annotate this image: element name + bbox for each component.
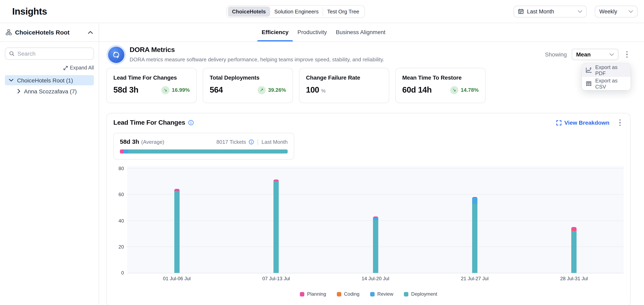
card-change-failure-rate: Change Failure Rate 100 % [299, 68, 389, 103]
card-value: 60d 14h [402, 85, 432, 95]
metric-cards-row: Lead Time For Changes 58d 3h ↘ 16.99% To… [106, 68, 630, 103]
distribution-segment-deployment [128, 149, 288, 154]
legend-item-planning[interactable]: Planning [300, 291, 326, 297]
granularity-select[interactable]: Weekly [595, 5, 638, 17]
trend-badge: ↘ 14.78% [450, 86, 479, 94]
org-tree-sidebar: ChoiceHotels Root Expand All [0, 23, 99, 305]
info-icon[interactable] [248, 139, 254, 145]
bar-segment-planning [174, 189, 180, 191]
y-axis-tick: 0 [113, 270, 124, 276]
trend-down-arrow-icon: ↘ [161, 86, 170, 94]
legend-item-deployment[interactable]: Deployment [404, 291, 437, 297]
stacked-bar-3 [373, 217, 378, 273]
legend-swatch [370, 292, 374, 296]
showing-value: Mean [576, 51, 591, 58]
top-bar-controls: Last Month Weekly [514, 5, 638, 17]
legend-swatch [404, 292, 408, 296]
tabs-row: Efficiency Productivity Business Alignme… [99, 23, 644, 42]
trend-percent: 14.78% [461, 87, 479, 93]
legend-item-coding[interactable]: Coding [337, 291, 360, 297]
tree-item-anna-scozzafava[interactable]: Anna Scozzafava (7) [5, 86, 94, 96]
trend-badge: ↘ 16.99% [161, 86, 190, 94]
bar-segment-deployment [174, 191, 180, 273]
dora-description: DORA metrics measure software delivery p… [130, 56, 384, 62]
tree-item-root[interactable]: ChoiceHotels Root (1) [5, 75, 94, 85]
export-as-pdf-label: Export as PDF [595, 64, 627, 76]
card-mean-time-to-restore: Mean Time To Restore 60d 14h ↘ 14.78% [395, 68, 486, 103]
card-lead-time-for-changes: Lead Time For Changes 58d 3h ↘ 16.99% [106, 68, 197, 103]
period-label: Last Month [262, 139, 288, 145]
export-as-csv-item[interactable]: Export as CSV [582, 77, 630, 90]
chevron-right-icon[interactable] [18, 89, 20, 93]
showing-select[interactable]: Mean [572, 49, 618, 60]
chart-x-labels: 01 Jul-06 Jul07 Jul-13 Jul14 Jul-20 Jul2… [127, 276, 624, 282]
card-title: Mean Time To Restore [402, 74, 479, 81]
bar-segment-deployment [472, 204, 478, 273]
tab-business-alignment[interactable]: Business Alignment [331, 23, 390, 41]
date-range-select[interactable]: Last Month [514, 5, 587, 17]
chart-kebab-menu-icon[interactable] [616, 118, 624, 128]
card-value: 58d 3h [113, 85, 138, 95]
bar-segment-planning [572, 227, 577, 231]
org-tab-choicehotels[interactable]: ChoiceHotels [228, 6, 270, 17]
lead-time-section: Lead Time For Changes View Breakdown [106, 113, 630, 305]
average-value: 58d 3h [120, 138, 139, 145]
x-axis-label: 14 Jul-20 Jul [326, 276, 425, 282]
legend-item-review[interactable]: Review [370, 291, 393, 297]
top-bar: Insights ChoiceHotels Solution Engineers… [0, 0, 644, 23]
legend-label: Deployment [411, 291, 437, 297]
export-as-pdf-item[interactable]: Export as PDF [582, 63, 630, 77]
view-breakdown-button[interactable]: View Breakdown [556, 119, 610, 126]
chevron-down-icon[interactable] [9, 79, 14, 82]
collapse-sidebar-chevron-up-icon[interactable] [88, 31, 93, 34]
expand-corners-icon [556, 120, 562, 125]
distribution-segment-planning [120, 149, 124, 154]
gridline [127, 194, 624, 195]
stacked-bar-2 [274, 179, 279, 273]
org-tab-test-org-tree[interactable]: Test Org Tree [323, 6, 363, 17]
y-axis-tick: 60 [113, 192, 124, 198]
bar-segment-review [373, 218, 378, 220]
y-axis-tick: 40 [113, 218, 124, 224]
chart-plot [127, 166, 624, 273]
chevron-down-icon [628, 10, 633, 13]
trend-percent: 39.26% [268, 87, 286, 93]
card-unit: % [321, 88, 326, 94]
card-value: 100 [306, 85, 319, 95]
expand-all-button[interactable]: Expand All [64, 65, 94, 71]
info-icon[interactable] [188, 120, 194, 125]
stacked-bar-5 [572, 227, 577, 273]
tab-efficiency[interactable]: Efficiency [257, 23, 293, 41]
tab-productivity[interactable]: Productivity [293, 23, 331, 41]
export-menu: Export as PDF Export as CSV [582, 63, 630, 90]
org-tree-icon [6, 29, 12, 35]
y-axis-tick: 80 [113, 166, 124, 171]
legend-swatch [337, 292, 341, 296]
dora-kebab-menu-icon[interactable] [623, 49, 630, 59]
org-switcher: ChoiceHotels Solution Engineers Test Org… [226, 5, 365, 18]
y-axis-tick: 20 [113, 244, 124, 250]
card-title: Lead Time For Changes [113, 74, 190, 81]
average-summary-box: 58d 3h (Average) 8017 Tickets Last Month [113, 133, 294, 160]
org-tree: ChoiceHotels Root (1) Anna Scozzafava (7… [5, 75, 94, 96]
stacked-bar-1 [174, 189, 180, 273]
org-tab-solution-engineers[interactable]: Solution Engineers [270, 6, 322, 17]
insights-page: Insights ChoiceHotels Solution Engineers… [0, 0, 644, 305]
chevron-down-icon [578, 10, 582, 13]
x-axis-label: 07 Jul-13 Jul [226, 276, 326, 282]
section-title: Lead Time For Changes [113, 119, 185, 126]
trend-up-arrow-icon: ↗ [258, 86, 266, 94]
sidebar-header: ChoiceHotels Root [0, 23, 99, 42]
bar-segment-deployment [274, 181, 279, 273]
legend-swatch [300, 292, 304, 296]
calendar-icon [518, 8, 524, 14]
search-input[interactable] [18, 50, 91, 57]
lead-time-chart: 01 Jul-06 Jul07 Jul-13 Jul14 Jul-20 Jul2… [113, 166, 624, 282]
chart-export-icon [586, 67, 592, 73]
x-axis-label: 21 Jul-27 Jul [425, 276, 524, 282]
average-label: (Average) [141, 139, 164, 145]
distribution-segment-review [124, 149, 128, 154]
bar-segment-deployment [572, 232, 577, 273]
expand-all-icon [64, 66, 68, 70]
trend-down-arrow-icon: ↘ [450, 86, 458, 94]
